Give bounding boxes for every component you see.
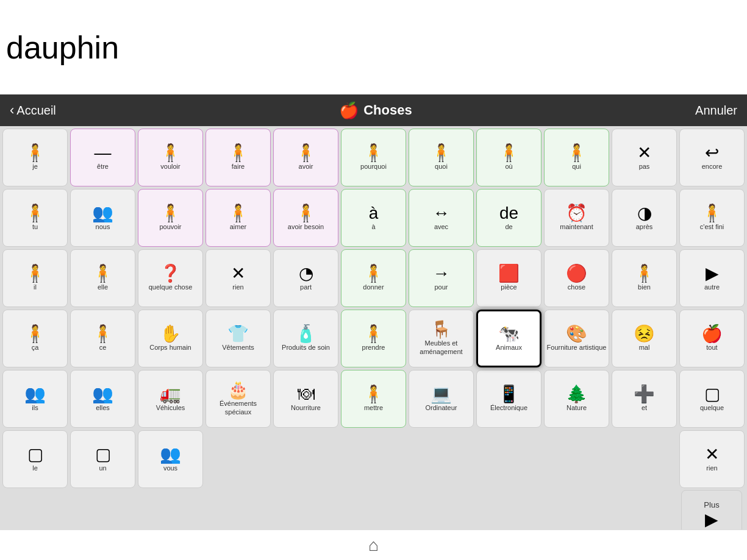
cell-autre[interactable]: ▶autre [679, 249, 745, 307]
plus-arrow-icon: ▶ [705, 509, 718, 530]
cell-avoir[interactable]: 🧍avoir [273, 129, 338, 186]
cell-pour[interactable]: →pour [409, 249, 474, 307]
cell-part[interactable]: ◔part [273, 249, 338, 307]
cell-nous[interactable]: 👥nous [70, 189, 135, 247]
cell-label: Corps humain [149, 344, 191, 352]
cell-encore[interactable]: ↩encore [679, 129, 745, 186]
cell-un[interactable]: ▢un [70, 430, 135, 488]
cell-icon: 🧴 [295, 325, 316, 342]
cell-bien[interactable]: 🧍bien [612, 249, 677, 307]
cell-label: elles [96, 404, 110, 412]
cell-chose[interactable]: 🔴chose [544, 249, 609, 307]
cell-meubles-et-aménagement[interactable]: 🪑Meubles et aménagement [409, 310, 474, 367]
cell-donner[interactable]: 🧍donner [341, 249, 406, 307]
cell-nourriture[interactable]: 🍽Nourriture [273, 370, 338, 428]
cell-produits-de-soin[interactable]: 🧴Produits de soin [273, 310, 338, 367]
cell-et[interactable]: ➕et [612, 370, 677, 428]
cell-icon: 👥 [24, 386, 46, 403]
cell-icon: ✕ [231, 265, 245, 282]
cell-prendre[interactable]: 🧍prendre [341, 310, 406, 367]
cell-icon: 🧍 [160, 205, 181, 222]
cell-pouvoir[interactable]: 🧍pouvoir [138, 189, 203, 247]
cell-icon: ▢ [704, 386, 720, 403]
cell-vêtements[interactable]: 👕Vêtements [206, 310, 271, 367]
cell-le[interactable]: ▢le [2, 430, 68, 488]
cell-mettre[interactable]: 🧍mettre [341, 370, 406, 428]
cell-événements-spéciaux[interactable]: 🎂Événements spéciaux [206, 370, 271, 428]
cell-label: Électronique [490, 404, 527, 412]
cell-label: de [505, 223, 512, 231]
cell-label: rien [232, 283, 243, 291]
cell-vous[interactable]: 👥vous [138, 430, 203, 488]
cell-électronique[interactable]: 📱Électronique [476, 370, 541, 428]
cell-elle[interactable]: 🧍elle [70, 249, 135, 307]
cell-icon: ▶ [706, 265, 719, 282]
cell-icon: → [433, 265, 450, 282]
cell-vouloir[interactable]: 🧍vouloir [138, 129, 203, 186]
cell-qui[interactable]: 🧍qui [544, 129, 609, 186]
cell-pourquoi[interactable]: 🧍pourquoi [341, 129, 406, 186]
cell-icon: — [95, 144, 112, 161]
cell-label: un [99, 464, 106, 472]
cell-nature[interactable]: 🌲Nature [544, 370, 609, 428]
cell-ils[interactable]: 👥ils [2, 370, 68, 428]
cell-véhicules[interactable]: 🚛Véhicules [138, 370, 203, 428]
cell-avoir-besoin[interactable]: 🧍avoir besoin [273, 189, 338, 247]
cell-icon: ▢ [95, 446, 111, 463]
cell-label: elle [98, 283, 108, 291]
cell-icon: 🧍 [295, 144, 316, 161]
cell-tout[interactable]: 🍎tout [679, 310, 745, 367]
nav-back-button[interactable]: ‹ Accueil [10, 102, 56, 118]
cell-mal[interactable]: 😣mal [612, 310, 677, 367]
cell-label: vouloir [160, 163, 180, 171]
cell-je[interactable]: 🧍je [2, 129, 68, 186]
cell-icon: ⏰ [566, 205, 587, 222]
cell-maintenant[interactable]: ⏰maintenant [544, 189, 609, 247]
cell-icon: 🎨 [566, 325, 587, 342]
cell-quelque[interactable]: ▢quelque [679, 370, 745, 428]
cell-de[interactable]: dede [476, 189, 541, 247]
cell-pièce[interactable]: 🟥pièce [476, 249, 541, 307]
cell-label: avec [434, 223, 448, 231]
cell-ce[interactable]: 🧍ce [70, 310, 135, 367]
cell-quelque-chose[interactable]: ❓quelque chose [138, 249, 203, 307]
cancel-button[interactable]: Annuler [695, 104, 737, 118]
back-icon: ‹ [10, 102, 14, 118]
cell-label: Produits de soin [282, 344, 330, 352]
plus-button[interactable]: Plus ▶ 2 [681, 490, 742, 530]
empty-cell-5-8 [544, 430, 609, 488]
cell-faire[interactable]: 🧍faire [206, 129, 271, 186]
cell-label: et [642, 404, 647, 412]
cell-icon: 🪑 [431, 321, 452, 338]
cell-corps-humain[interactable]: ✋Corps humain [138, 310, 203, 367]
cell-rien[interactable]: ✕rien [679, 430, 745, 488]
cell-label: avoir [299, 163, 313, 171]
cell-rien[interactable]: ✕rien [206, 249, 271, 307]
cell-label: rien [706, 464, 717, 472]
cell-quoi[interactable]: 🧍quoi [409, 129, 474, 186]
cell-il[interactable]: 🧍il [2, 249, 68, 307]
cell-icon: 🧍 [24, 325, 46, 342]
cell-ordinateur[interactable]: 💻Ordinateur [409, 370, 474, 428]
home-icon[interactable]: ⌂ [368, 536, 379, 555]
cell-label: je [32, 163, 38, 171]
output-text: dauphin [6, 29, 119, 66]
cell-être[interactable]: —être [70, 129, 135, 186]
cell-où[interactable]: 🧍où [476, 129, 541, 186]
cell-à[interactable]: àà [341, 189, 406, 247]
cell-ça[interactable]: 🧍ça [2, 310, 68, 367]
cell-aimer[interactable]: 🧍aimer [206, 189, 271, 247]
cell-elles[interactable]: 👥elles [70, 370, 135, 428]
cell-tu[interactable]: 🧍tu [2, 189, 68, 247]
cell-après[interactable]: ◑après [612, 189, 677, 247]
cell-animaux[interactable]: 🐄Animaux [476, 310, 541, 367]
cell-label: Nourriture [291, 404, 321, 412]
cell-icon: de [499, 205, 518, 222]
cell-fourniture-artistique[interactable]: 🎨Fourniture artistique [544, 310, 609, 367]
cell-c'est-fini[interactable]: 🧍c'est fini [679, 189, 745, 247]
cell-icon: ↔ [433, 205, 450, 222]
cell-icon: 🚛 [160, 386, 181, 403]
cell-pas[interactable]: ✕pas [612, 129, 677, 186]
cell-avec[interactable]: ↔avec [409, 189, 474, 247]
cell-label: Animaux [496, 344, 522, 352]
